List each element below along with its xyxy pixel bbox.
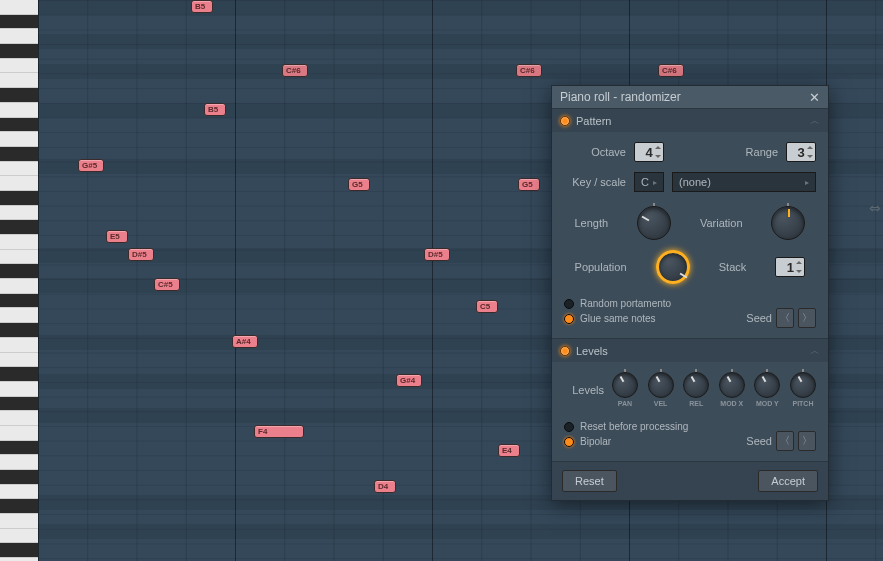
dialog-footer: Reset Accept: [552, 461, 828, 500]
note[interactable]: C5: [476, 300, 498, 313]
octave-stepper[interactable]: 4: [634, 142, 664, 162]
stack-stepper[interactable]: 1: [775, 257, 805, 277]
octave-label: Octave: [564, 146, 626, 158]
range-label: Range: [672, 146, 778, 158]
radio-off-icon: [564, 299, 574, 309]
population-label: Population: [575, 261, 627, 273]
pattern-section-body: Octave 4 Range 3 Key / scale C▸ (none)▸ …: [552, 132, 828, 338]
resize-handle-icon[interactable]: ⇔: [869, 200, 881, 216]
chevron-up-icon[interactable]: ︿: [810, 114, 820, 128]
note[interactable]: A#4: [232, 335, 258, 348]
population-knob[interactable]: [656, 250, 690, 284]
note[interactable]: C#5: [154, 278, 180, 291]
seed-prev-button[interactable]: 〈: [776, 431, 794, 451]
levels-section-header[interactable]: Levels ︿: [552, 338, 828, 362]
knob-label: MOD X: [720, 400, 743, 407]
scale-select[interactable]: (none)▸: [672, 172, 816, 192]
random-portamento-toggle[interactable]: Random portamento: [564, 298, 746, 309]
arrow-right-icon: ▸: [653, 178, 657, 187]
levels-section-body: Levels PANVELRELMOD XMOD YPITCH Reset be…: [552, 362, 828, 461]
mod y-knob[interactable]: [754, 372, 780, 398]
pattern-header-label: Pattern: [576, 115, 611, 127]
pan-knob[interactable]: [612, 372, 638, 398]
note[interactable]: G5: [518, 178, 540, 191]
keyscale-label: Key / scale: [564, 176, 626, 188]
length-knob[interactable]: .knob::before{transform:rotate(var(--rot…: [637, 206, 671, 240]
note[interactable]: D4: [374, 480, 396, 493]
knob-label: VEL: [654, 400, 668, 407]
length-label: Length: [574, 217, 608, 229]
arrow-right-icon: ▸: [805, 178, 809, 187]
pattern-led-icon[interactable]: [560, 116, 570, 126]
knob-label: PAN: [618, 400, 632, 407]
note[interactable]: C#6: [658, 64, 684, 77]
note[interactable]: B5: [204, 103, 226, 116]
knob-label: PITCH: [792, 400, 813, 407]
knob-label: REL: [689, 400, 703, 407]
seed-prev-button[interactable]: 〈: [776, 308, 794, 328]
accept-button[interactable]: Accept: [758, 470, 818, 492]
reset-button[interactable]: Reset: [562, 470, 617, 492]
note[interactable]: C#6: [282, 64, 308, 77]
key-select[interactable]: C▸: [634, 172, 664, 192]
radio-on-icon: [564, 314, 574, 324]
close-icon[interactable]: ✕: [809, 90, 820, 105]
vel-knob[interactable]: [648, 372, 674, 398]
reset-before-toggle[interactable]: Reset before processing: [564, 421, 746, 432]
note[interactable]: B5: [191, 0, 213, 13]
radio-off-icon: [564, 422, 574, 432]
note[interactable]: C#6: [516, 64, 542, 77]
levels-led-icon[interactable]: [560, 346, 570, 356]
levels-header-label: Levels: [576, 345, 608, 357]
rel-knob[interactable]: [683, 372, 709, 398]
note[interactable]: D#5: [128, 248, 154, 261]
note[interactable]: E4: [498, 444, 520, 457]
knob-label: MOD Y: [756, 400, 779, 407]
seed-next-button[interactable]: 〉: [798, 431, 816, 451]
note[interactable]: E5: [106, 230, 128, 243]
dialog-title-text: Piano roll - randomizer: [560, 90, 681, 104]
stack-label: Stack: [719, 261, 747, 273]
note[interactable]: F4: [254, 425, 304, 438]
seed-label: Seed: [746, 312, 772, 324]
glue-same-notes-toggle[interactable]: Glue same notes: [564, 313, 746, 324]
randomizer-dialog: Piano roll - randomizer ✕ Pattern ︿ Octa…: [551, 85, 829, 501]
variation-knob[interactable]: [771, 206, 805, 240]
piano-keyboard[interactable]: [0, 0, 38, 561]
levels-label: Levels: [564, 384, 604, 396]
variation-label: Variation: [700, 217, 743, 229]
note[interactable]: G5: [348, 178, 370, 191]
radio-on-icon: [564, 437, 574, 447]
seed-label: Seed: [746, 435, 772, 447]
pitch-knob[interactable]: [790, 372, 816, 398]
mod x-knob[interactable]: [719, 372, 745, 398]
chevron-up-icon[interactable]: ︿: [810, 344, 820, 358]
range-stepper[interactable]: 3: [786, 142, 816, 162]
note[interactable]: G#5: [78, 159, 104, 172]
note[interactable]: G#4: [396, 374, 422, 387]
note[interactable]: D#5: [424, 248, 450, 261]
pattern-section-header[interactable]: Pattern ︿: [552, 108, 828, 132]
seed-next-button[interactable]: 〉: [798, 308, 816, 328]
dialog-titlebar[interactable]: Piano roll - randomizer ✕: [552, 86, 828, 108]
bipolar-toggle[interactable]: Bipolar: [564, 436, 746, 447]
